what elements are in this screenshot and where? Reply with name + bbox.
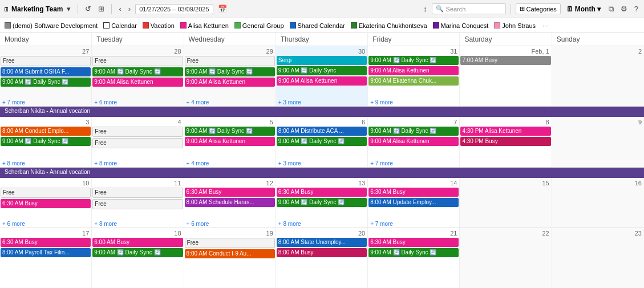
list-item[interactable]: Free	[92, 188, 183, 198]
list-item[interactable]: 9:00 AM 🔄 Daily Sync 🔄	[92, 67, 183, 76]
list-item[interactable]: 6:30 AM Busy	[1, 238, 91, 247]
date-range[interactable]: 01/27/2025 – 03/09/2025	[135, 4, 213, 14]
list-item[interactable]: 9:00 AM 🔄 Daily Sync 🔄	[277, 137, 367, 146]
month-selector[interactable]: 🗓 Month ▾	[563, 4, 604, 14]
list-item[interactable]: Free	[1, 188, 91, 198]
list-item[interactable]: 6:30 AM Busy	[1, 199, 91, 208]
list-item[interactable]: 9:00 AM 🔄 Daily Sync 🔄	[92, 248, 183, 257]
list-item[interactable]: 8:00 AM Distribute ACA ...	[277, 127, 367, 136]
search-placeholder: Search	[446, 6, 466, 13]
list-item[interactable]: 6:30 AM Busy	[368, 188, 459, 197]
day-header-sun: Sunday	[552, 33, 644, 46]
list-item[interactable]: 9:00 AM 🔄 Daily Sync 🔄	[368, 248, 459, 257]
more-link[interactable]: + 6 more	[184, 220, 276, 228]
list-item[interactable]: 9:00 AM 🔄 Daily Sync 🔄	[368, 56, 459, 65]
week-row-1: 27 Free 8:00 AM Submit OSHA F... 9:00 AM…	[0, 46, 644, 107]
list-item[interactable]: 6:00 AM Busy	[92, 238, 183, 247]
more-link[interactable]: + 7 more	[368, 160, 459, 167]
sep1	[78, 4, 78, 14]
day-num: 4	[92, 118, 183, 126]
more-link[interactable]: + 4 more	[184, 160, 276, 167]
list-item[interactable]: 6:30 AM Busy	[277, 188, 367, 197]
list-item[interactable]: 9:00 AM 🔄 Daily Sync 🔄	[277, 198, 367, 207]
day-num: 31	[368, 47, 459, 55]
search-box[interactable]: 🔍 Search	[432, 3, 506, 14]
day-num: 30	[276, 47, 367, 55]
day-num: 22	[460, 229, 551, 237]
next-btn[interactable]: ›	[126, 3, 133, 14]
list-item[interactable]: 7:00 AM Busy	[460, 56, 550, 65]
list-item[interactable]: 9:00 AM Ekaterina Chuk...	[368, 76, 459, 86]
day-cell-28: 28 Free 9:00 AM 🔄 Daily Sync 🔄 9:00 AM A…	[92, 46, 184, 106]
list-item[interactable]: Free	[185, 56, 275, 66]
list-item[interactable]: 9:00 AM Alisa Kettunen	[185, 78, 275, 87]
list-item[interactable]: 9:00 AM 🔄 Daily Sync	[277, 66, 367, 75]
view-btn[interactable]: ⊞	[96, 3, 107, 14]
more-link[interactable]: + 3 more	[276, 160, 367, 167]
calendar-icon[interactable]: 📅	[216, 3, 229, 14]
list-item[interactable]: Free	[92, 199, 183, 209]
list-item[interactable]: Free	[185, 238, 275, 248]
prev-btn[interactable]: ‹	[116, 3, 123, 14]
list-item[interactable]: 9:00 AM 🔄 Daily Sync 🔄	[185, 67, 275, 76]
team-dropdown[interactable]: ▾	[64, 3, 73, 14]
categories-btn[interactable]: ⊞ Categories	[516, 3, 561, 14]
legend-color-shared	[290, 22, 296, 29]
list-item[interactable]: 9:00 AM 🔄 Daily Sync 🔄	[185, 127, 275, 136]
list-item[interactable]: 9:00 AM Alisa Kettunen	[92, 78, 183, 87]
list-item[interactable]: 9:00 AM Alisa Kettunen	[368, 137, 459, 146]
legend-color-john	[494, 22, 500, 29]
team-selector[interactable]: 🗓 Marketing Team ▾	[3, 3, 73, 14]
more-link[interactable]: + 3 more	[276, 99, 367, 106]
sort-btn[interactable]: ↕	[421, 3, 430, 14]
day-cell-2: 2	[552, 46, 644, 106]
more-link[interactable]: + 7 more	[0, 99, 91, 106]
settings-btn[interactable]: ⚙	[618, 3, 630, 14]
list-item[interactable]: 4:30 PM Busy	[460, 137, 550, 146]
day-header-sat: Saturday	[460, 33, 552, 46]
day-header-fri: Friday	[368, 33, 460, 46]
list-item[interactable]: 6:30 AM Busy	[185, 188, 275, 197]
list-item[interactable]: Free	[92, 127, 183, 137]
list-item[interactable]: Sergi	[277, 56, 367, 65]
list-item[interactable]: 9:00 AM 🔄 Daily Sync 🔄	[1, 137, 91, 146]
more-link[interactable]: + 8 more	[0, 160, 91, 167]
list-item[interactable]: Free	[92, 138, 183, 148]
list-item[interactable]: 9:00 AM Alisa Kettunen	[368, 66, 459, 75]
list-item[interactable]: 8:00 AM Conduct I-9 Au...	[185, 249, 275, 258]
day-num: 20	[276, 229, 367, 237]
more-link[interactable]: + 9 more	[368, 99, 459, 106]
list-item[interactable]: 8:00 AM Conduct Emplo...	[1, 127, 91, 136]
legend-label-vacation: Vacation	[151, 22, 175, 29]
day-header-wed: Wednesday	[184, 33, 276, 46]
list-item[interactable]: 8:00 AM Payroll Tax Filin...	[1, 248, 91, 257]
list-item[interactable]: Free	[92, 56, 183, 66]
more-link[interactable]: + 4 more	[184, 99, 276, 106]
list-item[interactable]: 8:00 AM Busy	[277, 248, 367, 257]
list-item[interactable]: 9:00 AM 🔄 Daily Sync 🔄	[368, 127, 459, 136]
list-item[interactable]: 8:00 AM Submit OSHA F...	[1, 67, 91, 76]
window-btn[interactable]: ⧉	[606, 3, 616, 15]
more-link[interactable]: + 6 more	[92, 99, 183, 106]
list-item[interactable]: Free	[1, 56, 91, 66]
more-link[interactable]: + 8 more	[92, 220, 183, 228]
legend-more-btn[interactable]: ···	[542, 22, 548, 29]
list-item[interactable]: 8:00 AM State Unemploy...	[277, 238, 367, 247]
list-item[interactable]: 6:30 AM Busy	[368, 238, 459, 247]
more-link[interactable]: + 7 more	[368, 220, 459, 228]
list-item[interactable]: 8:00 AM Schedule Haras...	[185, 198, 275, 207]
legend-item-ekaterina: Ekaterina Chukhontseva	[351, 22, 427, 29]
toolbar: 🗓 Marketing Team ▾ ↺ ⊞ ‹ › 01/27/2025 – …	[0, 0, 644, 18]
list-item[interactable]: 9:00 AM Alisa Kettunen	[185, 137, 275, 146]
list-item[interactable]: 9:00 AM Alisa Kettunen	[277, 76, 367, 86]
day-num: 28	[92, 47, 183, 55]
help-btn[interactable]: ?	[632, 3, 641, 14]
more-link[interactable]: + 8 more	[276, 220, 367, 228]
day-num: 10	[0, 179, 91, 187]
more-link[interactable]: + 8 more	[92, 160, 183, 167]
refresh-btn[interactable]: ↺	[83, 3, 94, 14]
more-link[interactable]: + 6 more	[0, 220, 91, 228]
list-item[interactable]: 4:30 PM Alisa Kettunen	[460, 127, 550, 136]
list-item[interactable]: 8:00 AM Update Employ...	[368, 198, 459, 207]
list-item[interactable]: 9:00 AM 🔄 Daily Sync 🔄	[1, 78, 91, 87]
